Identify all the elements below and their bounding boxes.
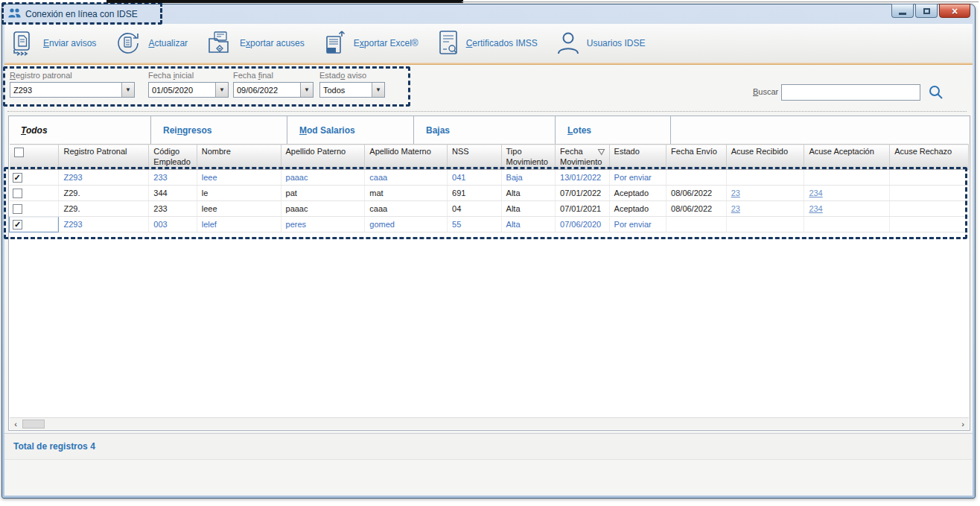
toolbar-button-exportar-excel[interactable]: Exportar Excel®: [322, 29, 419, 57]
column-header[interactable]: Tipo Movimiento: [501, 145, 556, 170]
chevron-down-icon[interactable]: ▼: [372, 83, 384, 97]
cell: peres: [281, 217, 365, 233]
toolbar-label: Enviar avisos: [43, 38, 96, 48]
tab-lotes[interactable]: Lotes: [556, 116, 671, 144]
column-header[interactable]: Fecha Movimiento: [556, 145, 610, 170]
cell: caaa: [365, 170, 448, 186]
column-header[interactable]: Acuse Recibido: [726, 145, 804, 170]
scrollbar-thumb[interactable]: [22, 420, 45, 428]
column-header[interactable]: Acuse Rechazo: [890, 145, 969, 170]
toolbar-button-certificados-imss[interactable]: Certificados IMSS: [436, 29, 538, 57]
row-checkbox[interactable]: ✓: [13, 220, 22, 230]
close-button[interactable]: ×: [939, 4, 970, 18]
toolbar-button-exportar-acuses[interactable]: Exportar acuses: [206, 30, 305, 57]
toolbar-button-usuarios-idse[interactable]: Usuarios IDSE: [556, 30, 646, 57]
refresh-icon: [114, 29, 142, 57]
select-all-checkbox[interactable]: [14, 148, 24, 157]
row-checkbox-cell[interactable]: [10, 186, 59, 201]
acuse-link[interactable]: 234: [809, 189, 822, 197]
cell: 233: [149, 201, 197, 217]
row-checkbox-cell[interactable]: ✓: [10, 170, 59, 186]
row-checkbox[interactable]: [13, 189, 22, 198]
registro-patronal-input[interactable]: [10, 83, 121, 97]
horizontal-scrollbar[interactable]: ‹ ›: [10, 417, 969, 429]
tab-strip: Todos Reingresos Mod Salarios Bajas Lote…: [9, 116, 970, 144]
cell: 13/01/2022: [556, 170, 610, 186]
fecha-final-input[interactable]: [234, 83, 300, 97]
table-row[interactable]: Z29.344lepatmat691Alta07/01/2022Aceptado…: [10, 186, 969, 201]
tab-bajas[interactable]: Bajas: [414, 116, 556, 144]
toolbar-label: Exportar Excel®: [354, 38, 419, 48]
column-header[interactable]: Apellido Paterno: [281, 145, 365, 170]
cell[interactable]: 234: [804, 201, 890, 217]
estado-aviso-label: Estado aviso: [319, 71, 385, 80]
column-header[interactable]: Estado: [609, 145, 666, 170]
column-header[interactable]: Acuse Aceptación: [804, 145, 890, 170]
tab-reingresos[interactable]: Reingresos: [151, 116, 287, 144]
maximize-icon: [923, 8, 930, 14]
tab-todos[interactable]: Todos: [9, 116, 151, 144]
row-checkbox[interactable]: [13, 204, 22, 214]
export-excel-icon: [322, 29, 348, 57]
column-header[interactable]: Registro Patronal: [59, 145, 149, 170]
toolbar-label: Usuarios IDSE: [587, 38, 646, 48]
select-all-header[interactable]: [10, 145, 59, 170]
acuse-link[interactable]: 23: [731, 189, 740, 197]
search-input[interactable]: [781, 84, 920, 101]
cell: [890, 201, 969, 217]
app-window: Conexión en línea con IDSE × Enviar avis…: [1, 4, 976, 499]
send-notices-icon: [10, 30, 37, 57]
magnifier-icon[interactable]: [928, 84, 944, 104]
acuse-link[interactable]: 234: [809, 204, 822, 213]
column-header[interactable]: Nombre: [197, 145, 281, 170]
cell: Z29.: [59, 201, 149, 217]
column-header[interactable]: NSS: [448, 145, 502, 170]
cell: pat: [281, 186, 365, 201]
row-checkbox-cell[interactable]: [10, 201, 59, 217]
cell: leee: [197, 201, 281, 217]
chevron-down-icon[interactable]: ▼: [300, 83, 313, 97]
cell: [666, 170, 727, 186]
row-checkbox[interactable]: ✓: [13, 173, 22, 183]
fecha-inicial-input[interactable]: [149, 83, 215, 97]
cell: Aceptado: [609, 186, 666, 201]
estado-aviso-input[interactable]: [320, 83, 372, 97]
cell: 55: [448, 217, 502, 233]
chevron-down-icon[interactable]: ▼: [215, 83, 228, 97]
tab-mod-salarios[interactable]: Mod Salarios: [287, 116, 414, 144]
cell: 07/01/2021: [556, 201, 610, 217]
column-header[interactable]: Apellido Materno: [365, 145, 448, 170]
filter-estado-aviso: Estado aviso ▼: [319, 71, 385, 98]
cell: 08/06/2022: [666, 201, 727, 217]
table-row[interactable]: ✓Z293233leeepaaaccaaa041Baja13/01/2022Po…: [10, 170, 969, 186]
cell: [804, 170, 890, 186]
row-checkbox-cell[interactable]: ✓: [10, 217, 59, 233]
table-row[interactable]: Z29.233leeepaaaccaaa04Alta07/01/2021Acep…: [10, 201, 969, 217]
scroll-left-icon[interactable]: ‹: [10, 418, 22, 429]
cell[interactable]: 23: [726, 201, 804, 217]
cell[interactable]: 234: [804, 186, 890, 201]
fecha-inicial-label: Fecha inicial: [148, 71, 229, 80]
toolbar-button-enviar-avisos[interactable]: Enviar avisos: [10, 30, 96, 57]
cell: Alta: [501, 186, 556, 201]
cell: 04: [448, 201, 502, 217]
chevron-down-icon[interactable]: ▼: [121, 83, 134, 97]
toolbar-label: Actualizar: [148, 38, 188, 48]
column-header[interactable]: Código Empleado: [149, 145, 197, 170]
toolbar-button-actualizar[interactable]: Actualizar: [114, 29, 188, 57]
cell: leee: [197, 170, 281, 186]
acuse-link[interactable]: 23: [731, 204, 740, 213]
cell: Alta: [501, 217, 556, 233]
cell: Z29.: [59, 186, 149, 201]
registro-patronal-label: Registro patronal: [10, 71, 135, 80]
scroll-right-icon[interactable]: ›: [957, 418, 969, 429]
cell[interactable]: 23: [726, 186, 804, 201]
column-header[interactable]: Fecha Envío: [666, 145, 727, 170]
minimize-button[interactable]: [891, 4, 914, 18]
table-row[interactable]: ✓Z293003lelefperesgomed55Alta07/06/2020P…: [10, 217, 969, 233]
cell: Alta: [501, 201, 556, 217]
maximize-button[interactable]: [915, 4, 938, 18]
cell: [890, 217, 969, 233]
titlebar: Conexión en línea con IDSE ×: [2, 4, 975, 24]
cell: 003: [149, 217, 197, 233]
